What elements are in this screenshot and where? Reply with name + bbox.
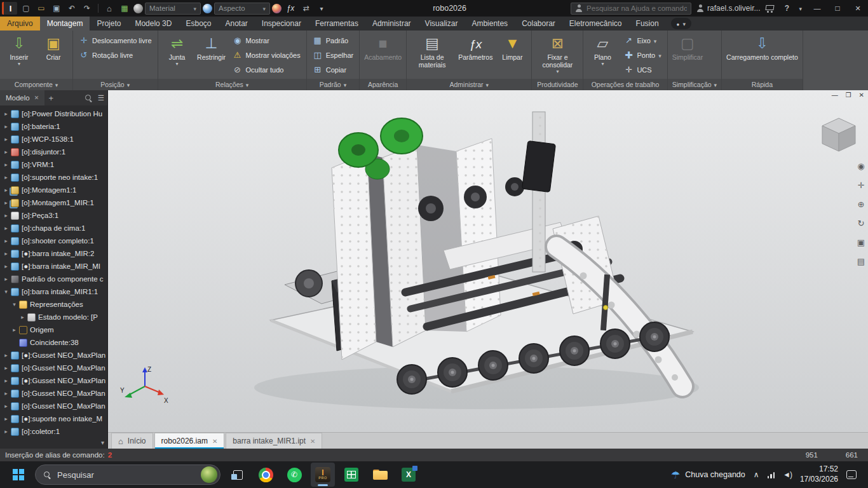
- taskbar-clock[interactable]: 17:52 17/03/2026: [800, 464, 838, 484]
- aspect-sphere-icon[interactable]: [272, 4, 281, 13]
- tree-expand-icon[interactable]: ▸: [2, 352, 10, 358]
- ribbon-button-restringir[interactable]: Restringir: [195, 32, 228, 78]
- tree-item[interactable]: ▾Representações: [0, 298, 107, 311]
- ribbon-tab-inspecionar[interactable]: Inspecionar: [255, 17, 308, 30]
- ribbon-tab-overflow[interactable]: [671, 18, 691, 29]
- ribbon-button-ponto[interactable]: Ponto: [620, 48, 664, 62]
- measure-button[interactable]: [299, 1, 313, 15]
- tree-expand-icon[interactable]: ▸: [2, 111, 10, 117]
- ribbon-button-limpar[interactable]: Limpar: [496, 32, 529, 78]
- doc-restore-icon[interactable]: ❒: [846, 92, 851, 98]
- close-icon[interactable]: ✕: [310, 438, 315, 445]
- minimize-button[interactable]: [807, 0, 827, 17]
- close-icon[interactable]: ✕: [212, 438, 217, 445]
- ribbon-tab-ambientes[interactable]: Ambientes: [465, 17, 515, 30]
- ribbon-group-label-aparencia[interactable]: Aparência: [360, 79, 406, 90]
- ribbon-tab-visualizar[interactable]: Visualizar: [418, 17, 465, 30]
- add-browser-tab-button[interactable]: [44, 92, 57, 104]
- tree-expand-icon[interactable]: ▸: [2, 377, 10, 384]
- tree-expand-icon[interactable]: ▸: [2, 390, 10, 396]
- ribbon-tab-arquivo[interactable]: Arquivo: [0, 17, 40, 30]
- tree-expand-icon[interactable]: ▸: [2, 136, 10, 142]
- doc-minimize-icon[interactable]: —: [832, 92, 838, 98]
- inventor-logo[interactable]: I: [2, 2, 17, 15]
- notification-center-icon[interactable]: [846, 470, 857, 479]
- material-combo[interactable]: Material: [145, 3, 201, 15]
- document-tab-barra-intake-mir1-ipt[interactable]: barra intake_MIR1.ipt✕: [226, 433, 322, 449]
- tree-scroll-down-icon[interactable]: ▾: [101, 439, 104, 446]
- ribbon-button-espelhar[interactable]: Espelhar: [309, 48, 356, 62]
- tree-expand-icon[interactable]: ▸: [2, 238, 10, 244]
- zoom-icon[interactable]: [858, 200, 865, 209]
- ribbon-group-label-posicao[interactable]: Posição: [73, 79, 158, 90]
- home-button[interactable]: [102, 1, 116, 15]
- ribbon-group-label-produtividade[interactable]: Produtividade: [532, 79, 583, 90]
- ribbon-tab-ferramentas[interactable]: Ferramentas: [308, 17, 365, 30]
- ribbon-button-mostrar-violacoes[interactable]: Mostrar violações: [229, 48, 304, 62]
- ribbon-button-mostrar[interactable]: Mostrar: [229, 34, 304, 47]
- taskbar-app-task-view[interactable]: [225, 463, 249, 487]
- wifi-icon[interactable]: [768, 471, 775, 478]
- ribbon-button-eixo[interactable]: Eixo: [620, 34, 664, 47]
- nav-wheel-icon[interactable]: [857, 161, 864, 171]
- new-file-button[interactable]: [19, 1, 33, 15]
- ribbon-tab-eletromecanico[interactable]: Eletromecânico: [562, 17, 629, 30]
- browser-menu-icon[interactable]: [95, 92, 107, 104]
- view-cube[interactable]: [818, 116, 859, 155]
- tree-item[interactable]: ▸[o]:bateria:1: [0, 120, 107, 133]
- ribbon-group-label-componente[interactable]: Componente: [0, 79, 72, 90]
- tree-item[interactable]: ▸[o]:shooter completo:1: [0, 234, 107, 247]
- tree-expand-icon[interactable]: ▸: [2, 187, 10, 193]
- tree-expand-icon[interactable]: ▸: [2, 428, 10, 435]
- tree-item[interactable]: ▸[o]:disjuntor:1: [0, 146, 107, 158]
- document-tab-robo2026-iam[interactable]: robo2026.iam✕: [154, 433, 225, 449]
- tree-expand-icon[interactable]: ▸: [2, 403, 10, 409]
- tree-item[interactable]: ▸[o]:Peça3:1: [0, 209, 107, 222]
- tree-item[interactable]: ▸[●]:Gusset NEO_MaxPlan: [0, 374, 107, 387]
- ribbon-group-label-rapida[interactable]: Rápida: [722, 79, 803, 90]
- tree-expand-icon[interactable]: ▸: [2, 161, 10, 168]
- help-search-box[interactable]: [571, 3, 691, 15]
- tree-item[interactable]: ▸Origem: [0, 323, 107, 336]
- tree-expand-icon[interactable]: ▸: [2, 200, 10, 206]
- ribbon-group-label-administrar[interactable]: Administrar: [407, 79, 531, 90]
- undo-button[interactable]: [65, 1, 79, 15]
- help-button[interactable]: [780, 1, 794, 15]
- taskbar-app-inventor[interactable]: IPRO: [311, 463, 335, 487]
- tree-item[interactable]: ▸[o]:WCP-1538:1: [0, 133, 107, 146]
- maximize-button[interactable]: [827, 0, 848, 17]
- open-file-button[interactable]: [34, 1, 48, 15]
- close-button[interactable]: [848, 0, 868, 17]
- ribbon-button-lista-de-materiais[interactable]: Lista de materiais: [409, 32, 455, 78]
- parameters-fx-button[interactable]: [283, 1, 297, 15]
- tree-item[interactable]: ▸Estado modelo: [P: [0, 311, 107, 323]
- store-cart-icon[interactable]: [765, 4, 775, 13]
- start-button[interactable]: [6, 463, 31, 487]
- ribbon-button-parametros[interactable]: Parâmetros: [456, 32, 494, 78]
- tree-item[interactable]: ▸[o]:coletor:1: [0, 425, 107, 438]
- ribbon-tab-esboco[interactable]: Esboço: [179, 17, 218, 30]
- ribbon-group-label-operacoes-de-trabalho[interactable]: Operações de trabalho: [583, 79, 667, 90]
- tree-item[interactable]: ▾[o]:barra intake_MIR1:1: [0, 285, 107, 298]
- taskbar-app-explorer[interactable]: [368, 463, 392, 487]
- search-highlight-image[interactable]: [201, 466, 217, 483]
- ribbon-button-ucs[interactable]: UCS: [620, 63, 664, 76]
- ribbon-tab-montagem[interactable]: Montagem: [40, 17, 90, 30]
- ribbon-button-copiar[interactable]: Copiar: [309, 63, 356, 76]
- ribbon-tab-administrar[interactable]: Administrar: [365, 17, 418, 30]
- tree-expand-icon[interactable]: ▸: [2, 276, 10, 282]
- tree-expand-icon[interactable]: ▸: [2, 263, 10, 269]
- save-button[interactable]: [50, 1, 64, 15]
- tree-expand-icon[interactable]: ▸: [2, 123, 10, 130]
- aspect-combo[interactable]: Aspecto: [214, 3, 270, 15]
- ribbon-button-padrao[interactable]: Padrão: [309, 34, 356, 47]
- ribbon-group-label-simplificacao[interactable]: Simplificação: [668, 79, 721, 90]
- tree-item[interactable]: ▸[o]:Gusset NEO_MaxPlan: [0, 362, 107, 374]
- taskbar-app-chrome[interactable]: [254, 463, 278, 487]
- ribbon-group-label-padrao[interactable]: Padrão: [307, 79, 359, 90]
- tree-item[interactable]: ▸[o]:suporte neo intake:1: [0, 171, 107, 184]
- tree-item[interactable]: ▸[o]:Montagem1:1: [0, 184, 107, 196]
- ribbon-button-inserir[interactable]: Inserir▾: [3, 32, 36, 78]
- tree-expand-icon[interactable]: ▸: [2, 225, 10, 231]
- tree-expand-icon[interactable]: ▸: [2, 174, 10, 180]
